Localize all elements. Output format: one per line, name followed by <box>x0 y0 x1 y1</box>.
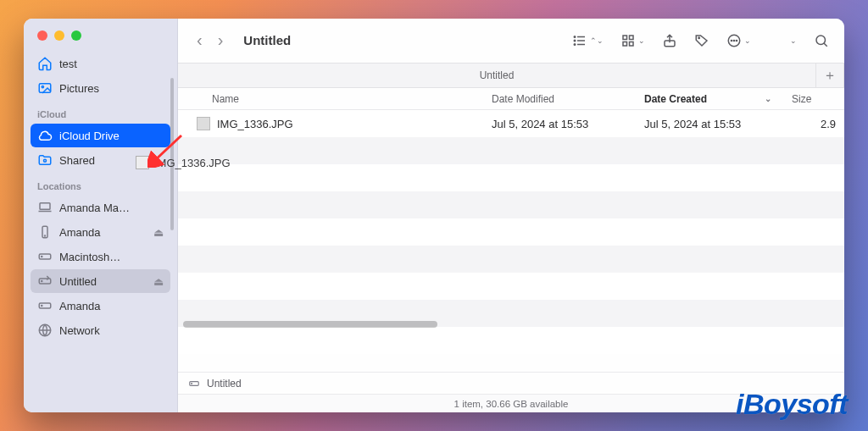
svg-point-9 <box>42 280 42 281</box>
column-header-size[interactable]: Size <box>783 93 844 105</box>
tab-bar: Untitled ＋ <box>178 63 844 88</box>
sidebar-item-amanda-phone[interactable]: Amanda ⏏ <box>31 220 170 244</box>
drag-ghost: IMG_1336.JPG <box>136 156 231 169</box>
zoom-window-button[interactable] <box>71 30 81 41</box>
sidebar-item-pictures[interactable]: Pictures <box>31 76 170 100</box>
svg-point-13 <box>574 36 576 37</box>
list-icon <box>572 33 587 48</box>
cloud-icon <box>37 128 53 143</box>
tag-icon <box>694 33 709 48</box>
window-title: Untitled <box>243 33 291 47</box>
svg-rect-18 <box>623 41 627 46</box>
eject-icon[interactable]: ⏏ <box>153 226 164 239</box>
status-text: 1 item, 30.66 GB available <box>454 399 569 409</box>
column-header-created[interactable]: Date Created ⌄ <box>636 93 783 105</box>
status-bar: 1 item, 30.66 GB available <box>178 394 844 412</box>
ellipsis-circle-icon <box>726 33 742 48</box>
svg-point-15 <box>574 43 576 45</box>
column-headers: Name Date Modified Date Created ⌄ Size <box>178 88 844 110</box>
tab-untitled[interactable]: Untitled <box>178 63 815 88</box>
file-modified: Jul 5, 2024 at 15:53 <box>483 118 636 130</box>
path-bar[interactable]: Untitled <box>178 372 844 394</box>
svg-rect-3 <box>40 203 50 210</box>
sidebar-item-icloud-drive[interactable]: iCloud Drive <box>31 124 170 147</box>
sidebar-scrollbar[interactable] <box>170 78 174 230</box>
horizontal-scrollbar[interactable] <box>183 321 844 328</box>
sidebar-item-label: Amanda <box>59 300 164 312</box>
tags-button[interactable] <box>689 30 715 52</box>
file-thumbnail-icon <box>197 117 210 130</box>
eject-icon[interactable]: ⏏ <box>153 275 164 288</box>
sidebar-item-test[interactable]: test <box>31 52 170 75</box>
laptop-icon <box>37 200 53 215</box>
svg-rect-16 <box>623 36 627 40</box>
view-list-button[interactable]: ⌃⌄ <box>567 30 609 52</box>
column-header-modified[interactable]: Date Modified <box>483 93 636 105</box>
group-by-button[interactable]: ⌄ <box>615 30 650 52</box>
file-row[interactable]: IMG_1336.JPG Jul 5, 2024 at 15:53 Jul 5,… <box>178 110 844 137</box>
svg-rect-19 <box>630 41 634 46</box>
new-tab-button[interactable]: ＋ <box>815 63 844 88</box>
internal-disk-icon <box>37 249 53 264</box>
sidebar-item-amanda-disk[interactable]: Amanda <box>31 294 170 318</box>
overflow-button[interactable]: ⌄ <box>785 33 802 48</box>
main-area: ‹ › Untitled ⌃⌄ ⌄ ⌄ <box>178 19 844 412</box>
toolbar: ‹ › Untitled ⌃⌄ ⌄ ⌄ <box>178 19 844 63</box>
shared-folder-icon <box>37 152 53 168</box>
globe-icon <box>37 323 53 338</box>
sidebar-item-macintosh-hd[interactable]: Macintosh… <box>31 245 170 268</box>
search-button[interactable] <box>809 30 834 52</box>
svg-point-5 <box>45 235 46 236</box>
close-window-button[interactable] <box>37 30 47 41</box>
sidebar-item-label: test <box>59 58 164 70</box>
sidebar: test Pictures iCloud iCloud Drive Shared… <box>24 19 178 412</box>
column-header-name[interactable]: Name <box>178 93 483 105</box>
svg-point-11 <box>42 305 42 306</box>
house-icon <box>37 56 53 71</box>
chevron-updown-icon: ⌃⌄ <box>590 36 604 45</box>
sort-indicator-icon: ⌄ <box>765 94 775 103</box>
chevron-down-icon: ⌄ <box>790 36 797 45</box>
disk-icon <box>188 378 200 390</box>
sidebar-item-label: Pictures <box>59 82 164 95</box>
phone-icon <box>37 224 53 240</box>
svg-point-28 <box>192 383 192 384</box>
svg-point-21 <box>698 36 700 38</box>
svg-rect-17 <box>630 36 634 40</box>
svg-point-24 <box>733 40 734 41</box>
forward-button[interactable]: › <box>218 30 224 50</box>
more-actions-button[interactable]: ⌄ <box>721 30 756 52</box>
sidebar-item-untitled-disk[interactable]: Untitled ⏏ <box>31 269 170 293</box>
minimize-window-button[interactable] <box>54 30 64 41</box>
external-disk-icon <box>37 274 53 289</box>
sidebar-item-label: iCloud Drive <box>59 130 164 142</box>
file-created: Jul 5, 2024 at 15:53 <box>636 118 783 130</box>
image-icon <box>37 80 53 96</box>
sidebar-list: test Pictures iCloud iCloud Drive Shared… <box>24 49 177 412</box>
window-controls <box>24 19 177 49</box>
tab-label: Untitled <box>480 69 515 81</box>
back-button[interactable]: ‹ <box>197 30 203 50</box>
svg-point-26 <box>816 36 826 45</box>
sidebar-section-locations: Locations <box>31 173 170 195</box>
svg-point-2 <box>44 159 47 162</box>
svg-point-14 <box>574 40 576 41</box>
sidebar-item-label: Macintosh… <box>59 251 164 263</box>
sidebar-item-network[interactable]: Network <box>31 318 170 342</box>
drag-ghost-label: IMG_1336.JPG <box>154 157 231 169</box>
share-icon <box>662 33 677 48</box>
external-disk-icon <box>37 298 53 313</box>
chevron-down-icon: ⌄ <box>638 36 645 45</box>
sidebar-item-amanda-mac[interactable]: Amanda Ma… <box>31 196 170 219</box>
svg-point-25 <box>736 40 737 41</box>
svg-point-1 <box>42 86 43 87</box>
sidebar-item-label: Amanda Ma… <box>59 202 164 214</box>
svg-point-7 <box>42 256 42 257</box>
sidebar-item-label: Amanda <box>59 226 147 239</box>
sidebar-section-icloud: iCloud <box>31 101 170 123</box>
search-icon <box>814 33 829 48</box>
file-list[interactable]: IMG_1336.JPG Jul 5, 2024 at 15:53 Jul 5,… <box>178 110 844 372</box>
share-button[interactable] <box>657 30 682 52</box>
grid-group-icon <box>620 33 636 48</box>
chevron-down-icon: ⌄ <box>744 36 751 45</box>
